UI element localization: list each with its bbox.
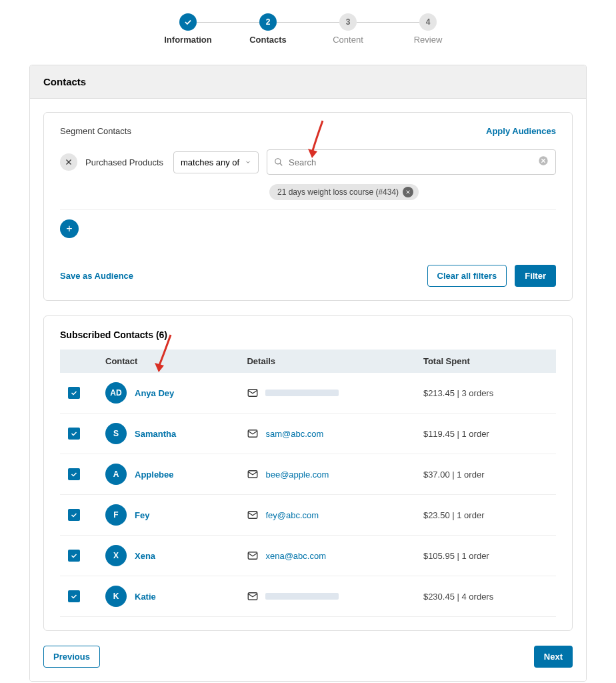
filter-row: Purchased Products matches any of: [60, 149, 556, 175]
segment-card: Segment Contacts Apply Audiences Purchas…: [43, 112, 573, 301]
row-checkbox[interactable]: [68, 590, 80, 602]
chevron-down-icon: [245, 159, 251, 165]
total-spent: $23.50 | 1 order: [423, 510, 485, 520]
panel-title: Contacts: [30, 65, 586, 99]
panel-body: Segment Contacts Apply Audiences Purchas…: [30, 99, 586, 681]
check-icon: [179, 13, 197, 31]
column-spent[interactable]: Total Spent: [415, 350, 556, 373]
total-spent: $119.45 | 1 order: [423, 429, 489, 439]
segment-header: Segment Contacts Apply Audiences: [60, 126, 556, 136]
step-label: Review: [414, 35, 443, 45]
chip-remove-icon[interactable]: [403, 187, 413, 197]
step-number: 4: [419, 13, 437, 31]
select-value: matches any of: [181, 157, 239, 167]
email-link[interactable]: xena@abc.com: [265, 551, 326, 561]
remove-filter-button[interactable]: [60, 153, 77, 171]
contact-name-link[interactable]: Katie: [135, 592, 156, 602]
chip-row: 21 days weight loss course (#434): [269, 184, 556, 200]
contacts-table: Contact Details Total Spent ADAnya Dey $…: [60, 350, 556, 617]
email-link[interactable]: bee@apple.com: [265, 470, 329, 480]
search-icon: [274, 157, 283, 167]
step-information[interactable]: Information: [148, 13, 228, 45]
column-details[interactable]: Details: [239, 350, 415, 373]
next-button[interactable]: Next: [534, 646, 573, 668]
step-label: Information: [164, 35, 212, 45]
row-checkbox[interactable]: [68, 509, 80, 521]
avatar: AD: [105, 382, 127, 404]
save-audience-link[interactable]: Save as Audience: [60, 271, 133, 281]
mail-icon: [247, 428, 259, 440]
step-label: Contacts: [249, 35, 287, 45]
row-checkbox[interactable]: [68, 387, 80, 399]
table-row: KKatie $230.45 | 4 orders: [60, 576, 556, 617]
match-operator-select[interactable]: matches any of: [173, 151, 259, 173]
mail-icon: [247, 550, 259, 562]
table-row: FFey fey@abc.com $23.50 | 1 order: [60, 495, 556, 536]
table-header-row: Contact Details Total Spent: [60, 350, 556, 373]
column-contact[interactable]: Contact: [97, 350, 239, 373]
row-checkbox[interactable]: [68, 550, 80, 562]
contacts-card: Subscribed Contacts (6) Contact Details …: [43, 315, 573, 631]
column-checkbox: [60, 350, 97, 373]
avatar: X: [105, 545, 127, 566]
stepper: Information 2 Contacts 3 Content 4 Revie…: [0, 13, 616, 45]
step-content[interactable]: 3 Content: [308, 13, 388, 45]
previous-button[interactable]: Previous: [43, 646, 100, 668]
table-row: XXena xena@abc.com $105.95 | 1 order: [60, 536, 556, 576]
row-checkbox[interactable]: [68, 428, 80, 440]
contact-name-link[interactable]: Anya Dey: [135, 388, 174, 398]
contact-name-link[interactable]: Samantha: [135, 429, 176, 439]
email-blurred: [265, 390, 339, 396]
email-link[interactable]: sam@abc.com: [265, 429, 323, 439]
email-link[interactable]: fey@abc.com: [265, 510, 319, 520]
divider: [60, 209, 556, 210]
email-blurred: [265, 593, 339, 600]
table-row: SSamantha sam@abc.com $119.45 | 1 order: [60, 414, 556, 454]
total-spent: $213.45 | 3 orders: [423, 388, 493, 398]
step-number: 3: [339, 13, 357, 31]
mail-icon: [247, 590, 259, 602]
contact-name-link[interactable]: Fey: [135, 510, 149, 520]
clear-filters-button[interactable]: Clear all filters: [427, 265, 507, 287]
filter-actions: Save as Audience Clear all filters Filte…: [60, 265, 556, 287]
total-spent: $230.45 | 4 orders: [423, 592, 493, 602]
svg-point-2: [275, 159, 281, 164]
step-label: Content: [333, 35, 363, 45]
filter-chip: 21 days weight loss course (#434): [269, 184, 419, 200]
filter-field-label: Purchased Products: [85, 157, 165, 167]
contact-name-link[interactable]: Applebee: [135, 470, 174, 480]
search-input-wrap: [267, 149, 556, 175]
segment-title: Segment Contacts: [60, 126, 131, 136]
table-row: ADAnya Dey $213.45 | 3 orders: [60, 373, 556, 414]
avatar: K: [105, 586, 127, 607]
svg-line-3: [280, 163, 283, 166]
row-checkbox[interactable]: [68, 468, 80, 480]
mail-icon: [247, 468, 259, 480]
filter-button[interactable]: Filter: [515, 265, 556, 287]
apply-audiences-link[interactable]: Apply Audiences: [486, 126, 556, 136]
contacts-title: Subscribed Contacts (6): [60, 329, 556, 340]
contact-name-link[interactable]: Xena: [135, 551, 155, 561]
add-filter-button[interactable]: +: [60, 219, 79, 238]
step-review[interactable]: 4 Review: [388, 13, 468, 45]
nav-row: Previous Next: [43, 646, 573, 668]
avatar: S: [105, 423, 127, 444]
avatar: A: [105, 464, 127, 485]
panel: Contacts Segment Contacts Apply Audience…: [29, 65, 587, 682]
avatar: F: [105, 504, 127, 526]
mail-icon: [247, 509, 259, 521]
step-contacts[interactable]: 2 Contacts: [228, 13, 308, 45]
total-spent: $105.95 | 1 order: [423, 551, 489, 561]
step-number: 2: [259, 13, 277, 31]
clear-search-icon[interactable]: [538, 155, 549, 169]
mail-icon: [247, 387, 259, 399]
search-input[interactable]: [289, 157, 533, 167]
chip-label: 21 days weight loss course (#434): [277, 187, 399, 197]
total-spent: $37.00 | 1 order: [423, 470, 485, 480]
table-row: AApplebee bee@apple.com $37.00 | 1 order: [60, 454, 556, 495]
